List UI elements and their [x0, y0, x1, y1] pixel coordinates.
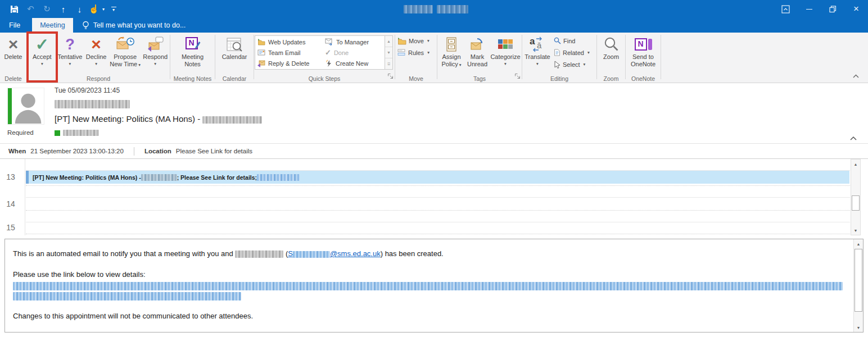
propose-new-time-button[interactable]: Propose New Time▾: [109, 34, 142, 69]
appointment-subject: [PT] New Meeting: Politics (MA Hons) -: [33, 174, 141, 181]
categorize-button[interactable]: Categorize ▾: [490, 34, 521, 66]
chevron-up-icon: [853, 74, 859, 78]
avatar: [7, 88, 44, 125]
rules-button[interactable]: Rules▾: [396, 47, 431, 58]
restore-button[interactable]: [821, 0, 844, 18]
half-hour-gridline: [26, 234, 850, 234]
message-date: Tue 05/09/2023 11:45: [55, 86, 120, 94]
attendee-status-square: [55, 130, 60, 136]
rules-icon: [397, 49, 406, 56]
calendar-button[interactable]: Calendar: [217, 34, 252, 61]
tell-me-box[interactable]: Tell me what you want to do...: [82, 18, 186, 33]
dialog-launcher-icon: [514, 73, 521, 79]
previous-item-button[interactable]: ↑: [56, 0, 71, 18]
group-label-tags: Tags: [437, 75, 522, 82]
redacted-sender-name: [55, 100, 130, 108]
find-button[interactable]: Find: [552, 35, 591, 47]
touch-mode-button[interactable]: ☝: [88, 0, 100, 18]
tags-dialog-launcher[interactable]: [514, 71, 521, 81]
quick-step-reply-delete[interactable]: Reply & Delete: [257, 60, 325, 67]
quick-steps-dialog-launcher[interactable]: [387, 71, 394, 81]
outlook-meeting-window: ↶ ↻ ↑ ↓ ☝ ▾ ▾ × File Meeting: [0, 0, 868, 337]
undo-button[interactable]: ↶: [23, 0, 38, 18]
quick-step-label: Team Email: [268, 49, 300, 56]
mark-unread-button[interactable]: Mark Unread: [465, 34, 490, 68]
minimize-button[interactable]: [797, 0, 821, 18]
quick-step-done[interactable]: ✓ Done: [325, 48, 385, 57]
title-bar: ↶ ↻ ↑ ↓ ☝ ▾ ▾ ×: [0, 0, 868, 18]
scroll-up-arrow[interactable]: ▲: [851, 160, 860, 168]
redacted-meeting-link-line2[interactable]: [13, 292, 241, 300]
scrollbar-track[interactable]: [854, 248, 863, 323]
respond-button[interactable]: Respond ▾: [141, 34, 169, 66]
close-button[interactable]: ×: [844, 0, 868, 18]
related-caret: ▾: [587, 50, 590, 55]
quick-step-team-email[interactable]: Team Email: [257, 49, 325, 56]
tab-file[interactable]: File: [0, 18, 29, 33]
send-to-onenote-label-line1: Send to: [632, 53, 654, 61]
scroll-up-arrow[interactable]: ▲: [854, 239, 863, 248]
scroll-down-arrow[interactable]: ▼: [854, 323, 863, 332]
scrollbar-track[interactable]: [851, 168, 860, 226]
ribbon-group-move: Move▾ Rules▾ Move: [395, 33, 437, 83]
select-button[interactable]: Select▾: [552, 58, 591, 70]
email-link[interactable]: S@sms.ed.ac.uk: [288, 249, 380, 258]
customize-qat-button[interactable]: ▾: [107, 0, 120, 18]
move-label: Move: [409, 38, 424, 44]
scrollbar-thumb[interactable]: [852, 195, 860, 211]
assign-policy-button[interactable]: Assign Policy▾: [438, 34, 465, 69]
appointment-time-bar: [26, 171, 29, 184]
redacted-meeting-link-line1[interactable]: [13, 282, 843, 290]
propose-label-line1: Propose: [114, 53, 137, 61]
location-label: Location: [144, 148, 171, 154]
quick-step-to-manager[interactable]: To Manager: [325, 38, 385, 45]
group-label-onenote: OneNote: [626, 75, 661, 82]
zoom-button[interactable]: Zoom: [598, 34, 624, 61]
message-header: Required Tue 05/09/2023 11:45 [PT] New M…: [0, 83, 868, 144]
body-scrollbar[interactable]: ▲ ▼: [853, 239, 863, 332]
calendar-scrollbar[interactable]: ▲ ▼: [851, 159, 861, 235]
gallery-more-button[interactable]: ⍗: [385, 58, 392, 69]
quick-step-web-updates[interactable]: Web Updates: [257, 38, 325, 45]
move-caret: ▾: [427, 38, 430, 43]
dialog-launcher-icon: [387, 73, 394, 79]
email-link-start: S: [288, 249, 293, 258]
tentative-button[interactable]: ? Tentative ▾: [57, 34, 84, 66]
when-value: 21 September 2023 13:00-13:20: [30, 148, 124, 154]
up-arrow-icon: ↑: [61, 4, 66, 14]
related-button[interactable]: Related▾: [552, 47, 591, 58]
collapse-ribbon-button[interactable]: [853, 70, 859, 80]
ribbon-group-onenote: N Send to OneNote OneNote: [626, 33, 661, 83]
translate-label: Translate: [525, 53, 550, 61]
tentative-dropdown-caret: ▾: [69, 62, 71, 66]
collapse-header-button[interactable]: [850, 133, 857, 143]
save-icon: [10, 5, 19, 13]
save-button[interactable]: [7, 0, 22, 18]
delete-button[interactable]: × Delete: [1, 34, 26, 61]
gallery-scroll-down[interactable]: ▼: [385, 47, 392, 58]
redacted-title-word: [437, 5, 468, 13]
decline-button[interactable]: × Decline ▾: [83, 34, 109, 66]
move-button[interactable]: Move▾: [396, 35, 431, 47]
find-label: Find: [563, 38, 575, 44]
quick-step-create-new[interactable]: Create New: [325, 60, 385, 67]
redacted-subject-name: [202, 116, 262, 124]
calendar-appointment[interactable]: [PT] New Meeting: Politics (MA Hons) - ;…: [26, 171, 849, 184]
forward-envelope-icon: [325, 38, 333, 45]
touch-mode-dropdown[interactable]: ▾: [101, 7, 106, 12]
translate-button[interactable]: aā Translate ▾: [523, 34, 552, 66]
quick-steps-gallery: Web Updates Team Email Reply & Delete To…: [255, 35, 385, 70]
scroll-down-arrow[interactable]: ▼: [851, 226, 860, 235]
close-icon: ×: [853, 3, 859, 15]
scrollbar-thumb[interactable]: [855, 249, 862, 312]
mark-unread-label-line1: Mark: [471, 53, 484, 61]
gallery-scroll-up[interactable]: ▲: [385, 36, 392, 47]
decline-dropdown-caret: ▾: [95, 62, 97, 66]
ribbon-display-options-button[interactable]: [774, 0, 797, 18]
send-to-onenote-button[interactable]: N Send to OneNote: [627, 34, 659, 68]
tab-meeting[interactable]: Meeting: [32, 18, 73, 33]
meeting-notes-button[interactable]: N Meeting Notes: [173, 34, 213, 68]
redo-button[interactable]: ↻: [39, 0, 55, 18]
when-label: When: [8, 148, 26, 154]
next-item-button[interactable]: ↓: [72, 0, 87, 18]
